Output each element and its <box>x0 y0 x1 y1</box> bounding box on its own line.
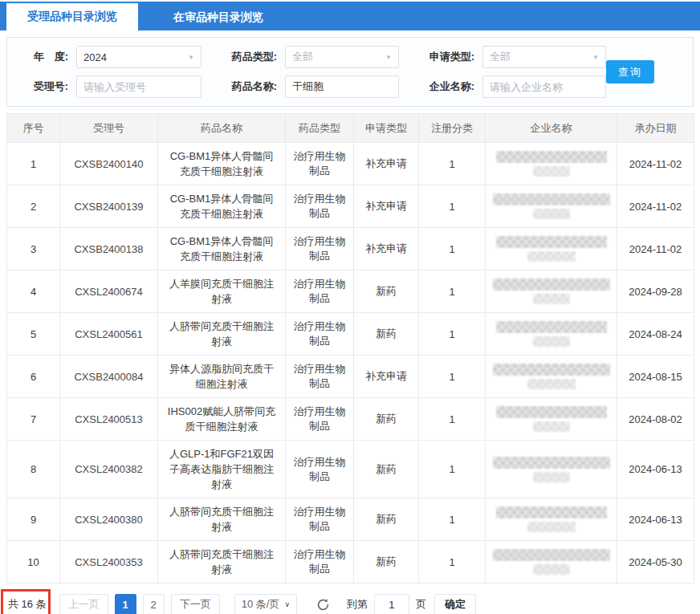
redacted-company-blur <box>489 506 613 532</box>
tab-accepted-catalog[interactable]: 受理品种目录浏览 <box>6 3 138 30</box>
redacted-company-blur <box>489 236 613 262</box>
cell-accept-no: CXSB2400084 <box>60 356 158 398</box>
drug-name-field-wrap <box>285 75 399 98</box>
cell-no: 2 <box>7 185 60 228</box>
page-button-1[interactable]: 1 <box>115 594 136 614</box>
col-header-date: 承办日期 <box>617 114 694 143</box>
drug-type-select[interactable]: 全部 ▼ <box>285 46 399 68</box>
search-button[interactable]: 查询 <box>606 60 654 83</box>
cell-drug-type: 治疗用生物制品 <box>286 313 354 356</box>
drug-name-label: 药品名称: <box>216 79 285 94</box>
cell-drug-type: 治疗用生物制品 <box>286 356 354 398</box>
cell-reg-class: 1 <box>419 270 486 313</box>
next-page-button[interactable]: 下一页 <box>171 594 220 614</box>
cell-accept-no: CXSB2400138 <box>60 228 158 270</box>
cell-accept-no: CXSL2400561 <box>60 313 158 356</box>
cell-accept-no: CXSL2400380 <box>60 498 158 541</box>
accept-no-input[interactable] <box>83 81 194 93</box>
cell-reg-class: 1 <box>419 313 486 356</box>
cell-company-redacted <box>486 313 617 356</box>
apply-type-select-value: 全部 <box>490 50 511 64</box>
cell-apply-type: 补充申请 <box>354 185 419 228</box>
table-row: 9 CXSL2400380 人脐带间充质干细胞注射液 治疗用生物制品 新药 1 … <box>7 498 694 541</box>
cell-drug-name: IHS002赋能人脐带间充质干细胞注射液 <box>158 398 286 441</box>
cell-apply-type: 新药 <box>354 313 419 356</box>
year-select[interactable]: 2024 ▼ <box>76 46 201 68</box>
drug-type-select-value: 全部 <box>292 50 313 64</box>
cell-no: 5 <box>7 313 60 356</box>
col-header-drug-type: 药品类型 <box>286 114 354 143</box>
filter-row-1: 年 度: 2024 ▼ 药品类型: 全部 ▼ 申请类型: 全部 ▼ <box>7 46 606 68</box>
cell-accept-no: CXSL2400353 <box>60 541 158 584</box>
goto-page-suffix: 页 <box>416 597 426 612</box>
page-size-select[interactable]: 10 条/页 ∨ <box>234 594 297 614</box>
cell-apply-type: 新药 <box>354 270 419 313</box>
table-row: 10 CXSL2400353 人脐带间充质干细胞注射液 治疗用生物制品 新药 1… <box>7 541 694 584</box>
cell-apply-type: 新药 <box>354 541 419 584</box>
table-row: 8 CXSL2400382 人GLP-1和FGF21双因子高表达脂肪干细胞注射液… <box>7 441 694 498</box>
drug-type-label: 药品类型: <box>216 50 285 64</box>
cell-reg-class: 1 <box>419 498 486 541</box>
company-name-input[interactable] <box>490 81 599 93</box>
redacted-company-blur <box>489 364 613 389</box>
cell-no: 7 <box>7 398 60 441</box>
confirm-button[interactable]: 确定 <box>434 594 476 614</box>
accept-no-label: 受理号: <box>7 79 76 94</box>
cell-no: 3 <box>7 228 60 270</box>
tab-under-review-catalog[interactable]: 在审品种目录浏览 <box>153 5 284 30</box>
drug-name-input[interactable] <box>292 81 392 93</box>
table-row: 4 CXSL2400674 人羊膜间充质干细胞注射液 治疗用生物制品 新药 1 … <box>7 270 694 313</box>
cell-reg-class: 1 <box>419 398 486 441</box>
prev-page-button[interactable]: 上一页 <box>59 594 108 614</box>
cell-no: 4 <box>7 270 60 313</box>
cell-date: 2024-09-28 <box>617 270 694 313</box>
cell-accept-no: CXSL2400382 <box>60 441 158 498</box>
cell-no: 10 <box>7 541 60 584</box>
apply-type-select[interactable]: 全部 ▼ <box>482 46 606 68</box>
cell-date: 2024-08-02 <box>617 398 694 441</box>
redacted-company-blur <box>489 549 613 575</box>
cell-company-redacted <box>486 143 617 185</box>
redacted-company-blur <box>489 321 613 347</box>
cell-reg-class: 1 <box>419 441 486 498</box>
goto-page-input[interactable] <box>374 594 409 614</box>
refresh-icon[interactable] <box>315 596 332 613</box>
cell-apply-type: 补充申请 <box>354 228 419 270</box>
cell-company-redacted <box>486 356 617 398</box>
search-filter-panel: 年 度: 2024 ▼ 药品类型: 全部 ▼ 申请类型: 全部 ▼ 受理号: <box>6 37 694 107</box>
cell-drug-type: 治疗用生物制品 <box>286 398 354 441</box>
cell-reg-class: 1 <box>419 185 486 228</box>
table-row: 2 CXSB2400139 CG-BM1异体人骨髓间充质干细胞注射液 治疗用生物… <box>7 185 694 228</box>
col-header-reg-class: 注册分类 <box>419 114 486 143</box>
table-row: 5 CXSL2400561 人脐带间充质干细胞注射液 治疗用生物制品 新药 1 … <box>7 313 694 356</box>
cell-drug-type: 治疗用生物制品 <box>286 270 354 313</box>
cell-accept-no: CXSB2400140 <box>60 143 158 185</box>
cell-drug-type: 治疗用生物制品 <box>286 228 354 270</box>
table-body: 1 CXSB2400140 CG-BM1异体人骨髓间充质干细胞注射液 治疗用生物… <box>7 143 694 584</box>
pagination-bar: 共 16 条 上一页 1 2 下一页 10 条/页 ∨ 到第 页 确定 <box>6 593 694 614</box>
cell-no: 8 <box>7 441 60 498</box>
cell-date: 2024-06-13 <box>617 441 694 498</box>
page-button-2[interactable]: 2 <box>143 594 165 614</box>
page-size-value: 10 条/页 <box>242 597 280 612</box>
cell-no: 9 <box>7 498 60 541</box>
cell-apply-type: 新药 <box>354 441 419 498</box>
table-row: 1 CXSB2400140 CG-BM1异体人骨髓间充质干细胞注射液 治疗用生物… <box>7 143 694 185</box>
table-row: 3 CXSB2400138 CG-BM1异体人骨髓间充质干细胞注射液 治疗用生物… <box>7 228 694 270</box>
cell-drug-name: 人GLP-1和FGF21双因子高表达脂肪干细胞注射液 <box>158 441 286 498</box>
company-name-field-wrap <box>482 75 606 98</box>
total-count: 共 16 条 <box>6 597 47 612</box>
tab-under-review-catalog-label: 在审品种目录浏览 <box>173 10 263 25</box>
cell-drug-name: 异体人源脂肪间充质干细胞注射液 <box>158 356 286 398</box>
cell-drug-name: CG-BM1异体人骨髓间充质干细胞注射液 <box>158 228 286 270</box>
chevron-down-icon: ▼ <box>385 54 392 61</box>
cell-apply-type: 补充申请 <box>354 143 419 185</box>
goto-page-label: 到第 <box>347 597 368 612</box>
cell-drug-name: 人羊膜间充质干细胞注射液 <box>158 270 286 313</box>
col-header-company: 企业名称 <box>486 114 617 143</box>
chevron-down-icon: ▼ <box>592 54 599 61</box>
company-name-label: 企业名称: <box>413 79 482 94</box>
col-header-apply-type: 申请类型 <box>354 114 419 143</box>
cell-company-redacted <box>486 228 617 270</box>
cell-date: 2024-11-02 <box>617 143 694 185</box>
